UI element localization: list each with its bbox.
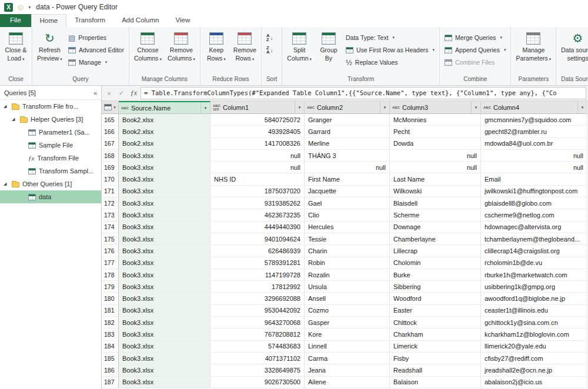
table-cell[interactable]: 4449440390: [211, 222, 305, 233]
formula-input[interactable]: = Table.TransformColumnTypes(#"Expanded …: [141, 87, 586, 99]
table-cell[interactable]: Cholomin: [390, 257, 481, 269]
ribbon-button-group-by[interactable]: GroupBy: [315, 29, 343, 75]
column-header-column4[interactable]: ABCColumn4▼: [481, 101, 587, 114]
expand-arrow-icon[interactable]: ◢: [12, 117, 17, 122]
ribbon-button-sort-ascending-icon[interactable]: AZ↓: [263, 32, 276, 43]
table-cell[interactable]: Easter: [390, 305, 481, 317]
table-cell[interactable]: Book3.xlsx: [119, 281, 211, 293]
qat-caret-icon[interactable]: ▾: [28, 5, 31, 10]
table-cell[interactable]: 574483683: [211, 341, 305, 353]
table-cell[interactable]: Chamberlayne: [390, 233, 481, 245]
table-cell[interactable]: Charkham: [390, 328, 481, 340]
table-cell[interactable]: 9319385262: [211, 197, 305, 209]
table-cell[interactable]: Book3.xlsx: [119, 377, 211, 388]
table-cell[interactable]: Lillecrap: [390, 245, 481, 257]
table-cell[interactable]: Downage: [390, 222, 481, 233]
table-cell[interactable]: Sibbering: [390, 281, 481, 293]
table-cell[interactable]: Readshall: [390, 364, 481, 376]
table-cell[interactable]: null: [390, 162, 481, 173]
table-cell[interactable]: Book2.xlsx: [119, 126, 211, 138]
table-cell[interactable]: Book3.xlsx: [119, 197, 211, 209]
table-cell[interactable]: 9026730500: [211, 377, 305, 388]
table-cell[interactable]: Rozalin: [305, 269, 390, 281]
table-cell[interactable]: Scherme: [390, 209, 481, 221]
table-cell[interactable]: Gael: [305, 197, 390, 209]
ribbon-button-sort-descending-icon[interactable]: ZA↓: [263, 44, 276, 56]
table-cell[interactable]: ceaster1t@illinois.edu: [481, 305, 587, 317]
table-cell[interactable]: Merline: [305, 138, 390, 150]
table-cell[interactable]: Book3.xlsx: [119, 245, 211, 257]
table-cell[interactable]: Blaisdell: [390, 197, 481, 209]
query-item-transform-file-fro[interactable]: ◢Transform File fro...: [0, 100, 101, 113]
table-cell[interactable]: Pecht: [390, 126, 481, 138]
table-cell[interactable]: 5840725072: [211, 114, 305, 126]
table-cell[interactable]: awoodford1q@biglobe.ne.jp: [481, 293, 587, 304]
ribbon-button-data-type-text[interactable]: Data Type: Text▾: [343, 32, 437, 43]
table-cell[interactable]: THÁNG 3: [305, 150, 390, 162]
query-item-sample-file[interactable]: Sample File: [0, 139, 101, 152]
table-cell[interactable]: Book2.xlsx: [119, 114, 211, 126]
table-cell[interactable]: Book3.xlsx: [119, 150, 211, 162]
ribbon-button-choose-columns[interactable]: ChooseColumns▾: [131, 29, 165, 75]
table-cell[interactable]: Charin: [305, 245, 390, 257]
table-cell[interactable]: Ailene: [305, 377, 390, 388]
query-item-parameter1-sa[interactable]: Parameter1 (Sa...: [0, 126, 101, 139]
table-cell[interactable]: null: [481, 150, 587, 162]
ribbon-button-split-column[interactable]: SplitColumn▾: [284, 29, 315, 75]
ribbon-button-replace-values[interactable]: ½Replace Values: [343, 56, 437, 68]
column-header-column2[interactable]: ABCColumn2▼: [305, 101, 390, 114]
table-cell[interactable]: Book3.xlsx: [119, 209, 211, 221]
select-all-corner[interactable]: ▾: [102, 101, 119, 114]
ribbon-button-refresh-preview[interactable]: ↻RefreshPreview▾: [34, 29, 65, 75]
table-cell[interactable]: Jeana: [305, 364, 390, 376]
tab-add-column[interactable]: Add Column: [113, 14, 167, 27]
expand-arrow-icon[interactable]: ◢: [4, 182, 9, 186]
filter-button[interactable]: ▼: [201, 102, 210, 113]
table-cell[interactable]: Wilkowski: [390, 186, 481, 197]
table-cell[interactable]: Burke: [390, 269, 481, 281]
table-cell[interactable]: Book3.xlsx: [119, 233, 211, 245]
table-cell[interactable]: Fisby: [390, 353, 481, 364]
table-cell[interactable]: Woodford: [390, 293, 481, 304]
expand-arrow-icon[interactable]: ◢: [4, 104, 9, 109]
table-cell[interactable]: 9643270068: [211, 317, 305, 328]
table-cell[interactable]: 4071371102: [211, 353, 305, 364]
table-cell[interactable]: Ursula: [305, 281, 390, 293]
query-item-data[interactable]: data: [0, 190, 101, 203]
table-cell[interactable]: First Name: [305, 173, 390, 185]
tab-transform[interactable]: Transform: [66, 14, 113, 27]
column-header-column3[interactable]: ABCColumn3▼: [390, 101, 481, 114]
table-cell[interactable]: Garrard: [305, 126, 390, 138]
ribbon-button-use-first-row-as-headers[interactable]: Use First Row as Headers▾: [343, 44, 437, 56]
commit-icon[interactable]: ✓: [116, 89, 127, 97]
table-cell[interactable]: Book3.xlsx: [119, 257, 211, 269]
ribbon-button-remove-columns[interactable]: RemoveColumns▾: [165, 29, 198, 75]
table-cell[interactable]: Cozmo: [305, 305, 390, 317]
table-cell[interactable]: Robin: [305, 257, 390, 269]
table-cell[interactable]: jreadshall2e@ocn.ne.jp: [481, 364, 587, 376]
ribbon-button-advanced-editor[interactable]: Advanced Editor: [65, 44, 127, 56]
column-header-column1[interactable]: ABC123Column1▼: [211, 101, 305, 114]
tab-view[interactable]: View: [168, 14, 199, 27]
ribbon-button-manage[interactable]: Manage▾: [65, 56, 127, 68]
table-cell[interactable]: 626486939: [211, 245, 305, 257]
ribbon-button-properties[interactable]: ▤Properties: [65, 32, 127, 43]
table-cell[interactable]: Book2.xlsx: [119, 138, 211, 150]
table-cell[interactable]: Ansell: [305, 293, 390, 304]
table-cell[interactable]: gchittock1y@sina.com.cn: [481, 317, 587, 328]
column-header-source-name[interactable]: ABCSource.Name▼: [119, 101, 211, 114]
table-cell[interactable]: tchamberlaynem@theglobeand...: [481, 233, 587, 245]
ribbon-button-manage-parameters[interactable]: ManageParameters▾: [513, 29, 554, 75]
table-cell[interactable]: Tessie: [305, 233, 390, 245]
table-cell[interactable]: Book3.xlsx: [119, 305, 211, 317]
table-cell[interactable]: Book3.xlsx: [119, 173, 211, 185]
table-cell[interactable]: Email: [481, 173, 587, 185]
table-cell[interactable]: 4623673235: [211, 209, 305, 221]
table-cell[interactable]: 9401094624: [211, 233, 305, 245]
table-cell[interactable]: Book3.xlsx: [119, 328, 211, 340]
table-cell[interactable]: Book3.xlsx: [119, 317, 211, 328]
table-cell[interactable]: Book3.xlsx: [119, 293, 211, 304]
table-cell[interactable]: Last Name: [390, 173, 481, 185]
table-cell[interactable]: rcholomin1b@de.vu: [481, 257, 587, 269]
query-item-other-queries-1[interactable]: ◢Other Queries [1]: [0, 177, 101, 190]
